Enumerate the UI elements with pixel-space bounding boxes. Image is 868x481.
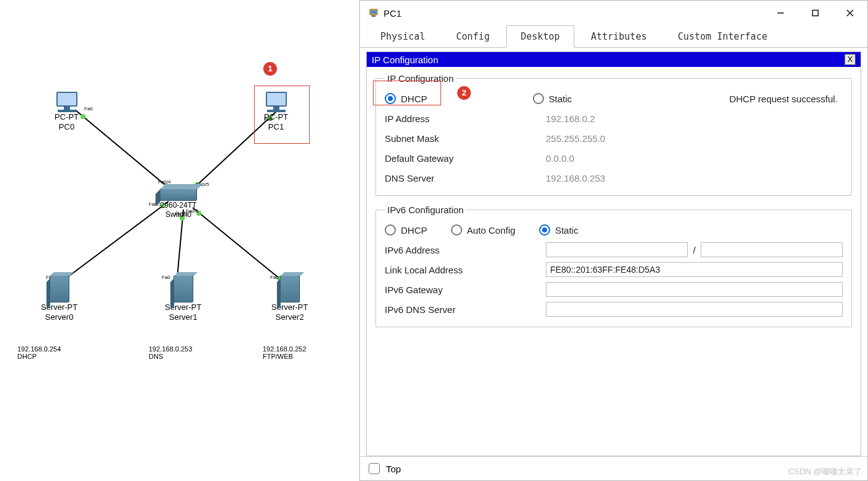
pc1-name: PC1 <box>268 122 284 131</box>
ip-value: 192.168.0.2 <box>546 113 843 124</box>
radio-ipv6-auto[interactable]: Auto Config <box>451 224 515 236</box>
close-icon <box>846 9 854 17</box>
radio-dot-icon <box>385 224 396 236</box>
pc-icon <box>56 92 77 107</box>
minimize-icon <box>777 9 784 17</box>
gw-label: Default Gateway <box>385 153 540 164</box>
radio-dot-icon <box>451 224 462 236</box>
switch-type: 2960-24TT <box>160 201 197 210</box>
minimize-button[interactable] <box>763 1 798 25</box>
pc1-window: PC1 Physical Config Desktop Attributes C… <box>359 0 868 481</box>
ipv6-legend: IPv6 Configuration <box>385 205 466 215</box>
tab-physical[interactable]: Physical <box>366 25 439 48</box>
window-title: PC1 <box>384 8 401 19</box>
topology-canvas[interactable]: Fa0 Fa0 Fa0/4 Fa0/5 Fa0/1 Fa0/2 Fa0/3 Fa… <box>0 0 359 481</box>
panel-close-button[interactable]: X <box>844 54 856 65</box>
dns-value: 192.168.0.253 <box>546 173 843 183</box>
top-label: Top <box>386 464 401 474</box>
maximize-button[interactable] <box>798 1 833 25</box>
mask-label: Subnet Mask <box>385 133 540 144</box>
pc0-type: PC-PT <box>55 112 79 121</box>
ipv6-auto-label: Auto Config <box>467 225 515 236</box>
titlebar[interactable]: PC1 <box>360 1 867 25</box>
ipv6-ll-input[interactable] <box>546 262 843 277</box>
tab-config[interactable]: Config <box>442 25 504 48</box>
slash: / <box>693 245 695 255</box>
node-server1[interactable]: Server-PTServer1 <box>165 275 201 323</box>
window-footer: Top <box>360 456 867 480</box>
node-server0[interactable]: Server-PTServer0 <box>41 275 77 323</box>
mask-value: 255.255.255.0 <box>546 133 843 144</box>
maximize-icon <box>812 9 819 17</box>
ip-config-panel: IP Configuration X IP Configuration DHCP… <box>366 51 861 456</box>
gw-value: 0.0.0.0 <box>546 153 843 164</box>
ipv6-ll-label: Link Local Address <box>385 265 540 275</box>
server0-name: Server0 <box>45 312 74 322</box>
node-server2[interactable]: Server-PTServer2 <box>271 275 308 323</box>
ipv6-prefix-input[interactable] <box>701 242 843 257</box>
node-switch0[interactable]: 2960-24TTSwitch0 <box>160 188 197 219</box>
tabs: Physical Config Desktop Attributes Custo… <box>360 25 867 48</box>
ipv4-fieldset: IP Configuration DHCP Static DHCP reques… <box>375 73 852 196</box>
ipv6-addr-label: IPv6 Address <box>385 245 540 255</box>
ipv6-dhcp-label: DHCP <box>401 225 427 236</box>
ipv6-dns-input[interactable] <box>546 302 843 317</box>
svg-text:Fa0: Fa0 <box>84 106 93 112</box>
close-button[interactable] <box>833 1 867 25</box>
node-pc1[interactable]: PC-PTPC1 <box>264 92 288 133</box>
svg-rect-26 <box>371 11 376 14</box>
tab-desktop[interactable]: Desktop <box>506 25 574 48</box>
note-server1: 192.168.0.253 DNS <box>149 345 192 360</box>
svg-rect-29 <box>813 11 818 16</box>
server-icon <box>50 275 69 302</box>
ipv6-fieldset: IPv6 Configuration DHCP Auto Config Stat… <box>375 205 852 327</box>
dhcp-status-msg: DHCP request successful. <box>595 94 843 104</box>
svg-line-2 <box>58 201 169 285</box>
node-pc0[interactable]: PC-PTPC0 <box>55 92 79 133</box>
radio-ipv6-dhcp[interactable]: DHCP <box>385 224 427 236</box>
annotation-badge-2: 2 <box>457 86 471 100</box>
ip-label: IP Address <box>385 113 540 124</box>
ipv6-gw-label: IPv6 Gateway <box>385 285 540 295</box>
panel-title: IP Configuration <box>372 55 438 65</box>
switch-icon <box>160 188 197 201</box>
annotation-badge-1: 1 <box>263 62 277 76</box>
links-layer: Fa0 Fa0 Fa0/4 Fa0/5 Fa0/1 Fa0/2 Fa0/3 Fa… <box>0 0 359 481</box>
radio-dot-icon <box>539 224 550 236</box>
radio-static-label: Static <box>549 94 572 104</box>
radio-dhcp[interactable]: DHCP <box>385 93 427 104</box>
pc-app-icon <box>369 7 380 19</box>
ipv6-addr-input[interactable] <box>546 242 688 257</box>
ipv6-static-label: Static <box>555 225 579 236</box>
radio-static[interactable]: Static <box>533 93 572 104</box>
server2-name: Server2 <box>276 312 304 322</box>
radio-dot-icon <box>385 93 396 104</box>
svg-point-5 <box>81 114 85 119</box>
server-icon <box>280 275 300 302</box>
svg-line-4 <box>193 208 287 285</box>
ipv6-gw-input[interactable] <box>546 282 843 297</box>
switch-name: Switch0 <box>165 210 191 219</box>
ipv4-legend: IP Configuration <box>385 73 456 84</box>
pc-icon <box>266 92 287 107</box>
radio-dot-icon <box>533 93 544 104</box>
note-server2: 192.168.0.252 FTP/WEB <box>263 345 306 360</box>
tab-custom-interface[interactable]: Custom Interface <box>664 25 782 48</box>
radio-ipv6-static[interactable]: Static <box>539 224 579 236</box>
pc0-name: PC0 <box>59 122 74 131</box>
ipv6-dns-label: IPv6 DNS Server <box>385 304 540 315</box>
radio-dhcp-label: DHCP <box>401 94 427 104</box>
panel-header: IP Configuration X <box>367 52 861 67</box>
svg-rect-27 <box>372 15 375 17</box>
server1-name: Server1 <box>169 312 198 322</box>
dns-label: DNS Server <box>385 173 540 183</box>
note-server0: 192.168.0.254 DHCP <box>17 345 61 360</box>
server-icon <box>173 275 193 302</box>
pc1-type: PC-PT <box>264 112 288 121</box>
top-checkbox[interactable] <box>369 463 380 474</box>
tab-attributes[interactable]: Attributes <box>577 25 661 48</box>
